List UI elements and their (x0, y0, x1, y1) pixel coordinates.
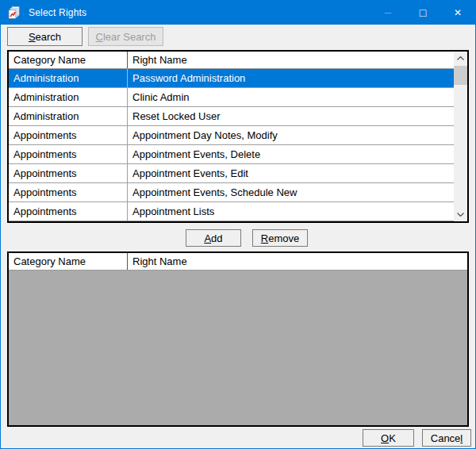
select-rights-dialog: Select Rights ─ □ ✕ Search Clear Search … (0, 0, 476, 449)
ok-label-post: K (389, 432, 396, 444)
cell-right: Clinic Admin (128, 88, 454, 106)
cell-category: Appointments (9, 145, 128, 163)
available-table-header: Category Name Right Name (9, 52, 454, 69)
table-row[interactable]: Administration Reset Locked User (9, 107, 454, 126)
add-remove-actions: Add Remove (1, 229, 475, 247)
clear-search-label-post: lear Search (103, 31, 155, 43)
selected-rights-table: Category Name Right Name (7, 251, 469, 427)
cell-right: Appointment Events, Schedule New (128, 183, 454, 201)
cell-category: Administration (9, 107, 128, 125)
window-controls: ─ □ ✕ (370, 1, 475, 25)
remove-label-key: R (261, 232, 268, 244)
ok-button[interactable]: OK (363, 429, 414, 447)
table-row[interactable]: Administration Password Administration (9, 69, 454, 88)
clear-search-button[interactable]: Clear Search (88, 27, 163, 46)
cell-right: Appointment Day Notes, Modify (128, 126, 454, 144)
search-label-key: S (29, 31, 36, 43)
report-pages-icon (7, 6, 21, 20)
search-button[interactable]: Search (7, 27, 83, 46)
maximize-button[interactable]: □ (405, 1, 440, 25)
available-rights-table: Category Name Right Name Administration … (7, 50, 469, 223)
column-header-right[interactable]: Right Name (128, 253, 467, 270)
table-row[interactable]: Appointments Appointment Day Notes, Modi… (9, 126, 454, 145)
chevron-down-icon[interactable] (454, 208, 467, 221)
column-header-right[interactable]: Right Name (128, 52, 454, 68)
cancel-button[interactable]: Cancel (422, 429, 471, 447)
add-label-key: A (204, 232, 211, 244)
cell-category: Appointments (9, 183, 128, 201)
cell-category: Appointments (9, 164, 128, 182)
search-label-post: earch (36, 31, 62, 43)
search-toolbar: Search Clear Search (7, 27, 475, 46)
selected-table-header: Category Name Right Name (9, 253, 467, 271)
table-row[interactable]: Appointments Appointment Events, Schedul… (9, 183, 454, 202)
add-button[interactable]: Add (186, 229, 241, 247)
vertical-scrollbar[interactable] (454, 52, 467, 221)
table-row[interactable]: Appointments Appointment Events, Edit (9, 164, 454, 183)
cell-category: Administration (9, 69, 128, 87)
titlebar: Select Rights ─ □ ✕ (1, 1, 475, 25)
remove-button[interactable]: Remove (252, 229, 308, 247)
column-header-category[interactable]: Category Name (9, 52, 128, 68)
cell-category: Appointments (9, 202, 128, 221)
cell-right: Password Administration (128, 69, 454, 87)
cell-right: Appointment Events, Delete (128, 145, 454, 163)
ok-label-key: O (381, 432, 389, 444)
clear-search-label-key: C (96, 31, 103, 43)
column-header-category[interactable]: Category Name (9, 253, 128, 270)
table-row[interactable]: Appointments Appointment Lists (9, 202, 454, 221)
add-label-post: dd (211, 232, 222, 244)
cell-category: Administration (9, 88, 128, 106)
cell-right: Appointment Events, Edit (128, 164, 454, 182)
cell-right: Reset Locked User (128, 107, 454, 125)
scrollbar-thumb[interactable] (454, 66, 467, 85)
cell-right: Appointment Lists (128, 202, 454, 221)
table-row[interactable]: Administration Clinic Admin (9, 88, 454, 107)
chevron-up-icon[interactable] (454, 52, 467, 65)
selected-rows-empty-area (9, 271, 467, 425)
dialog-footer: OK Cancel (1, 429, 475, 447)
remove-label-post: emove (268, 232, 299, 244)
window-title: Select Rights (29, 7, 86, 18)
available-rows: Administration Password Administration A… (9, 69, 454, 221)
close-button[interactable]: ✕ (440, 1, 475, 25)
minimize-button[interactable]: ─ (370, 1, 405, 25)
cancel-label-key: l (460, 432, 463, 444)
cancel-label-pre: Cance (431, 432, 461, 444)
table-row[interactable]: Appointments Appointment Events, Delete (9, 145, 454, 164)
cell-category: Appointments (9, 126, 128, 144)
